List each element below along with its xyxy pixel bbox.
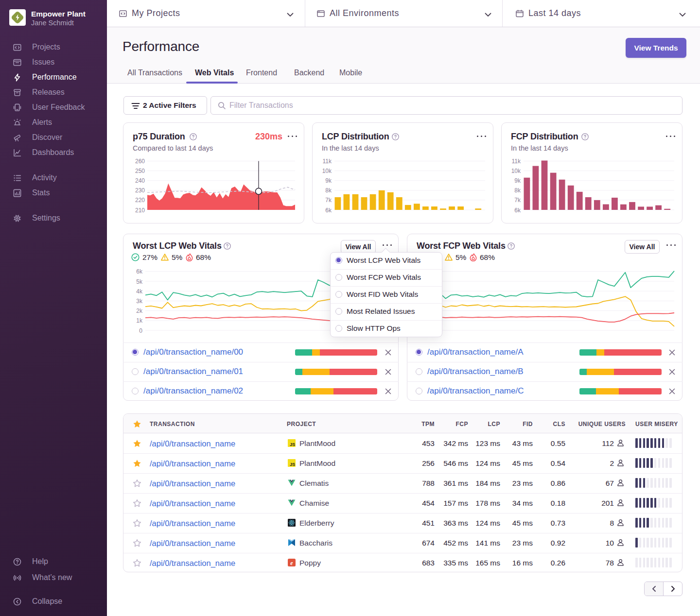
svg-text:9k: 9k — [514, 177, 521, 184]
svg-text:10k: 10k — [322, 168, 332, 174]
svg-text:6k: 6k — [325, 207, 332, 214]
svg-text:7k: 7k — [325, 197, 332, 204]
svg-text:6k: 6k — [136, 268, 143, 275]
svg-text:6k: 6k — [514, 207, 521, 214]
svg-text:11k: 11k — [323, 158, 332, 165]
svg-text:220: 220 — [135, 197, 145, 204]
svg-text:3k: 3k — [136, 298, 143, 305]
svg-text:230: 230 — [135, 187, 145, 194]
svg-text:2k: 2k — [136, 308, 143, 314]
svg-text:e: e — [290, 560, 293, 566]
svg-text:8k: 8k — [514, 187, 521, 194]
svg-text:10k: 10k — [511, 168, 521, 174]
svg-text:11k: 11k — [512, 158, 521, 165]
svg-text:5k: 5k — [136, 278, 143, 285]
svg-text:240: 240 — [135, 177, 145, 184]
svg-text:0: 0 — [139, 327, 142, 334]
svg-text:250: 250 — [135, 168, 145, 174]
svg-text:JS: JS — [290, 442, 295, 447]
svg-text:9k: 9k — [325, 177, 332, 184]
svg-text:7k: 7k — [514, 197, 521, 204]
svg-text:1k: 1k — [136, 317, 143, 324]
svg-text:4k: 4k — [136, 288, 143, 295]
svg-text:JS: JS — [290, 462, 295, 467]
svg-text:210: 210 — [135, 207, 145, 214]
svg-text:260: 260 — [135, 158, 145, 165]
svg-text:8k: 8k — [325, 187, 332, 194]
